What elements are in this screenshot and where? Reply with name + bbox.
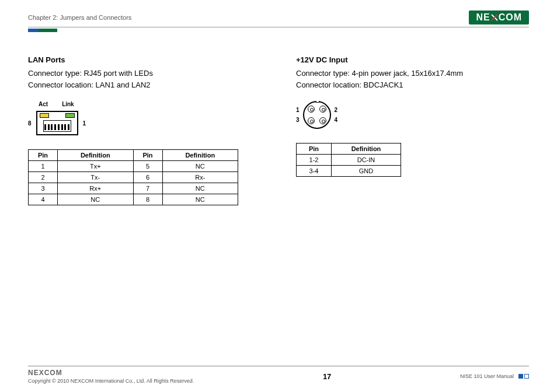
dc-line1: Connector type: 4-pin power jack, 15x16x… bbox=[296, 68, 529, 79]
dc-pin-table: Pin Definition 1-2DC-IN 3-4GND bbox=[296, 143, 401, 177]
chapter-title: Chapter 2: Jumpers and Connectors bbox=[28, 14, 131, 21]
rj45-act-led bbox=[40, 113, 49, 118]
accent-bar bbox=[28, 29, 529, 32]
dc-pin3-label: 3 bbox=[296, 117, 300, 123]
table-row: 3-4GND bbox=[297, 166, 401, 177]
lan-pin-table: Pin Definition Pin Definition 1Tx+5NC 2T… bbox=[28, 149, 238, 205]
table-row: 3Rx+7NC bbox=[29, 183, 238, 194]
dc-jack-diagram bbox=[303, 101, 331, 129]
th-pin: Pin bbox=[29, 150, 58, 161]
th-pin: Pin bbox=[297, 144, 332, 155]
dc-input-section: +12V DC Input Connector type: 4-pin powe… bbox=[296, 55, 529, 205]
rj45-link-led bbox=[65, 113, 75, 118]
doc-title: NISE 101 User Manual bbox=[460, 373, 514, 379]
dc-pin1-label: 1 bbox=[296, 107, 300, 113]
table-row: 1-2DC-IN bbox=[297, 155, 401, 166]
page-footer: NEXCOM Copyright © 2010 NEXCOM Internati… bbox=[28, 366, 529, 384]
th-def: Definition bbox=[162, 150, 238, 161]
table-row: 2Tx-6Rx- bbox=[29, 172, 238, 183]
page-header: Chapter 2: Jumpers and Connectors NE COM bbox=[28, 10, 529, 27]
dc-pin2-label: 2 bbox=[335, 107, 338, 113]
table-row: 4NC8NC bbox=[29, 194, 238, 205]
dc-line2: Connector location: BDCJACK1 bbox=[296, 79, 529, 91]
brand-logo: NE COM bbox=[469, 10, 529, 24]
rj45-diagram bbox=[36, 111, 78, 135]
th-pin: Pin bbox=[133, 150, 162, 161]
lan-pin8-label: 8 bbox=[28, 120, 32, 127]
page-number: 17 bbox=[323, 372, 331, 381]
lan-ports-section: LAN Ports Connector type: RJ45 port with… bbox=[28, 55, 261, 205]
footer-marks-icon bbox=[518, 374, 529, 379]
lan-line2: Connector location: LAN1 and LAN2 bbox=[28, 79, 261, 91]
lan-act-label: Act bbox=[39, 101, 48, 107]
table-row: 1Tx+5NC bbox=[29, 161, 238, 172]
lan-pin1-label: 1 bbox=[83, 120, 86, 127]
footer-logo: NEXCOM bbox=[28, 369, 194, 377]
th-def: Definition bbox=[331, 144, 401, 155]
lan-link-label: Link bbox=[62, 101, 74, 107]
th-def: Definition bbox=[58, 150, 134, 161]
lan-line1: Connector type: RJ45 port with LEDs bbox=[28, 68, 261, 79]
dc-title: +12V DC Input bbox=[296, 55, 529, 64]
copyright-text: Copyright © 2010 NEXCOM International Co… bbox=[28, 378, 194, 384]
lan-title: LAN Ports bbox=[28, 55, 261, 64]
dc-pin4-label: 4 bbox=[335, 117, 338, 123]
